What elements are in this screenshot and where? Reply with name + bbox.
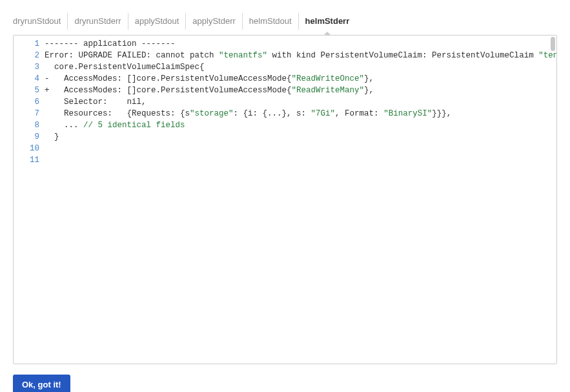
code-line: + AccessModes: []core.PersistentVolumeAc…	[45, 85, 557, 96]
code-line: Selector: nil,	[45, 96, 557, 108]
tab-helmstderr[interactable]: helmStderr	[299, 13, 356, 30]
line-number-gutter: 1234567891011	[14, 36, 45, 169]
line-number: 9	[16, 131, 39, 143]
scrollbar-thumb[interactable]	[551, 37, 555, 51]
line-number: 11	[16, 154, 39, 166]
code-line: Error: UPGRADE FAILED: cannot patch "ten…	[45, 50, 557, 61]
line-number: 4	[16, 73, 39, 85]
line-number: 2	[16, 50, 39, 61]
tabs-bar: dryrunStdoutdryrunStderrapplyStdoutapply…	[13, 13, 557, 30]
tab-helmstdout[interactable]: helmStdout	[243, 13, 299, 30]
line-number: 5	[16, 85, 39, 96]
code-line: - AccessModes: []core.PersistentVolumeAc…	[45, 73, 557, 85]
ok-button[interactable]: Ok, got it!	[13, 375, 70, 392]
code-line: ------- application -------	[45, 38, 557, 50]
code-line: ... // 5 identical fields	[45, 119, 557, 131]
code-content: ------- application -------Error: UPGRAD…	[45, 36, 557, 169]
code-line: core.PersistentVolumeClaimSpec{	[45, 61, 557, 73]
log-editor[interactable]: 1234567891011 ------- application ------…	[13, 35, 557, 364]
line-number: 8	[16, 119, 39, 131]
tab-dryrunstdout[interactable]: dryrunStdout	[13, 13, 68, 30]
tab-applystdout[interactable]: applyStdout	[128, 13, 187, 30]
tab-dryrunstderr[interactable]: dryrunStderr	[68, 13, 128, 30]
code-line: }	[45, 131, 557, 143]
code-line: Resources: {Requests: {s"storage": {i: {…	[45, 108, 557, 119]
code-line	[45, 154, 557, 166]
code-line	[45, 143, 557, 154]
line-number: 7	[16, 108, 39, 119]
line-number: 6	[16, 96, 39, 108]
line-number: 3	[16, 61, 39, 73]
tab-applystderr[interactable]: applyStderr	[186, 13, 242, 30]
line-number: 1	[16, 38, 39, 50]
line-number: 10	[16, 143, 39, 154]
